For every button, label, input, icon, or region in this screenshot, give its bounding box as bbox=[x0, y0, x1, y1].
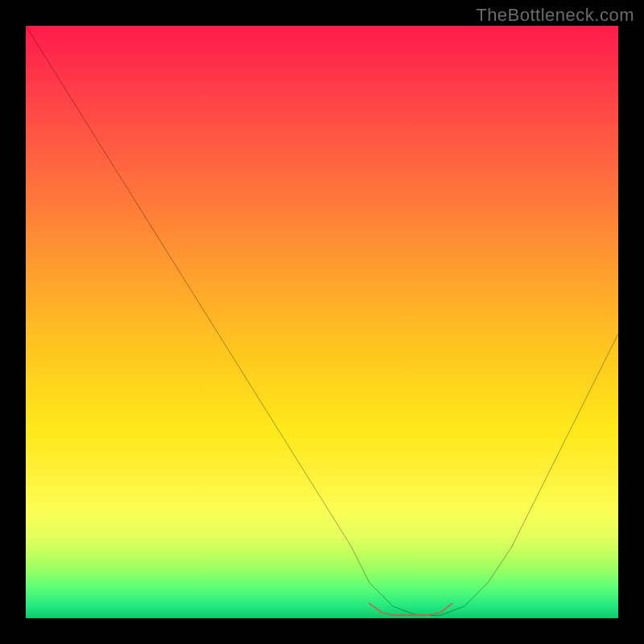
chart-frame: TheBottleneck.com bbox=[0, 0, 644, 644]
watermark-text: TheBottleneck.com bbox=[476, 5, 634, 26]
bottleneck-marker bbox=[369, 604, 452, 616]
main-curve bbox=[26, 26, 618, 615]
curve-layer bbox=[26, 26, 618, 618]
plot-area bbox=[26, 26, 618, 618]
